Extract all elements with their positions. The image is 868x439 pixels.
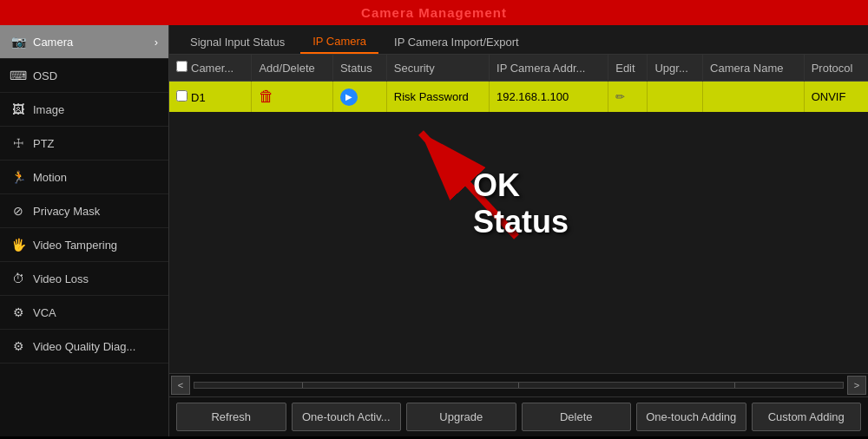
sidebar-label-motion: Motion xyxy=(33,171,67,184)
sidebar-arrow-camera: › xyxy=(155,36,158,49)
delete-icon[interactable]: 🗑 xyxy=(259,88,274,105)
sidebar-label-osd: OSD xyxy=(33,69,57,82)
th-camera-name: Camera Name xyxy=(703,55,805,82)
sidebar-label-vca: VCA xyxy=(33,306,56,319)
scroll-marker xyxy=(518,383,519,388)
tab-ip-camera[interactable]: IP Camera xyxy=(300,30,378,54)
sidebar-item-video-quality[interactable]: ⚙Video Quality Diag... xyxy=(0,330,168,364)
content-area: Signal Input StatusIP CameraIP Camera Im… xyxy=(169,25,868,436)
sidebar-label-ptz: PTZ xyxy=(33,137,55,150)
td-camera-name: D1 xyxy=(169,82,252,113)
th-upgr---: Upgr... xyxy=(648,55,703,82)
th-protocol: Protocol xyxy=(804,55,868,82)
th-add-delete: Add/Delete xyxy=(252,55,332,82)
camera-table: Camer...Add/DeleteStatusSecurityIP Camer… xyxy=(169,55,868,112)
one-touch-adding-button[interactable]: One-touch Adding xyxy=(636,403,746,431)
video-quality-icon: ⚙ xyxy=(10,338,26,354)
td-delete[interactable]: 🗑 xyxy=(252,82,332,113)
sidebar-label-camera: Camera xyxy=(33,36,73,49)
sidebar-label-image: Image xyxy=(33,103,64,116)
status-play-button[interactable]: ▶ xyxy=(340,88,358,106)
button-bar: RefreshOne-touch Activ...UpgradeDeleteOn… xyxy=(169,397,868,436)
ok-status-label: OK Status xyxy=(473,167,569,240)
th-ip-camera-addr---: IP Camera Addr... xyxy=(490,55,608,82)
one-touch-activate-button[interactable]: One-touch Activ... xyxy=(292,403,402,431)
sidebar-item-vca[interactable]: ⚙VCA xyxy=(0,296,168,330)
td-camera-name-col xyxy=(703,82,805,113)
sidebar-label-privacy-mask: Privacy Mask xyxy=(33,205,100,218)
title-bar: Camera Management xyxy=(0,0,868,25)
row-checkbox[interactable] xyxy=(176,90,187,102)
th-edit: Edit xyxy=(608,55,648,82)
scroll-marker xyxy=(302,383,303,388)
osd-icon: ⌨ xyxy=(10,68,26,83)
image-icon: 🖼 xyxy=(10,102,26,117)
select-all-checkbox[interactable] xyxy=(176,61,187,72)
sidebar: 📷Camera›⌨OSD🖼Image☩PTZ🏃Motion⊘Privacy Ma… xyxy=(0,25,169,436)
sidebar-label-video-tampering: Video Tampering xyxy=(33,239,117,252)
tab-ip-camera-import[interactable]: IP Camera Import/Export xyxy=(382,31,531,53)
sidebar-item-camera[interactable]: 📷Camera› xyxy=(0,25,168,59)
td-edit[interactable]: ✏ xyxy=(608,82,648,113)
table-body: D1🗑▶Risk Password192.168.1.100✏ONVIF xyxy=(169,82,868,113)
video-tampering-icon: 🖐 xyxy=(10,237,26,252)
video-loss-icon: ⏱ xyxy=(10,271,26,286)
scroll-marker xyxy=(734,383,735,388)
app-title: Camera Management xyxy=(361,5,507,20)
th-camera: Camer... xyxy=(169,55,252,82)
sidebar-item-video-loss[interactable]: ⏱Video Loss xyxy=(0,262,168,296)
th-status: Status xyxy=(332,55,386,82)
sidebar-label-video-loss: Video Loss xyxy=(33,272,89,285)
table-area: Camer...Add/DeleteStatusSecurityIP Camer… xyxy=(169,55,868,373)
sidebar-item-ptz[interactable]: ☩PTZ xyxy=(0,127,168,161)
sidebar-item-video-tampering[interactable]: 🖐Video Tampering xyxy=(0,228,168,262)
scroll-left-button[interactable]: < xyxy=(171,376,190,395)
edit-icon[interactable]: ✏ xyxy=(615,90,625,103)
delete-button[interactable]: Delete xyxy=(522,403,632,431)
custom-adding-button[interactable]: Custom Adding xyxy=(752,403,862,431)
arrow-svg xyxy=(395,107,569,246)
th-security: Security xyxy=(386,55,489,82)
td-status[interactable]: ▶ xyxy=(332,82,386,113)
vca-icon: ⚙ xyxy=(10,305,26,320)
tab-bar: Signal Input StatusIP CameraIP Camera Im… xyxy=(169,25,868,55)
table-header-row: Camer...Add/DeleteStatusSecurityIP Camer… xyxy=(169,55,868,82)
td-protocol: ONVIF xyxy=(804,82,868,113)
svg-line-1 xyxy=(421,133,516,237)
td-ip-address: 192.168.1.100 xyxy=(490,82,608,113)
privacy-mask-icon: ⊘ xyxy=(10,203,26,219)
sidebar-item-image[interactable]: 🖼Image xyxy=(0,93,168,127)
refresh-button[interactable]: Refresh xyxy=(176,403,286,431)
scroll-track[interactable] xyxy=(194,382,844,389)
tab-signal-input[interactable]: Signal Input Status xyxy=(178,31,297,53)
upgrade-button[interactable]: Upgrade xyxy=(406,403,516,431)
scroll-row: < > xyxy=(169,373,868,397)
sidebar-label-video-quality: Video Quality Diag... xyxy=(33,340,135,353)
ptz-icon: ☩ xyxy=(10,135,26,151)
sidebar-item-motion[interactable]: 🏃Motion xyxy=(0,161,168,194)
td-upgrade xyxy=(648,82,703,113)
motion-icon: 🏃 xyxy=(10,169,26,185)
camera-icon: 📷 xyxy=(10,34,26,49)
sidebar-item-privacy-mask[interactable]: ⊘Privacy Mask xyxy=(0,194,168,228)
td-security: Risk Password xyxy=(386,82,489,113)
sidebar-item-osd[interactable]: ⌨OSD xyxy=(0,59,168,93)
scroll-right-button[interactable]: > xyxy=(847,376,866,395)
table-row: D1🗑▶Risk Password192.168.1.100✏ONVIF xyxy=(169,82,868,113)
